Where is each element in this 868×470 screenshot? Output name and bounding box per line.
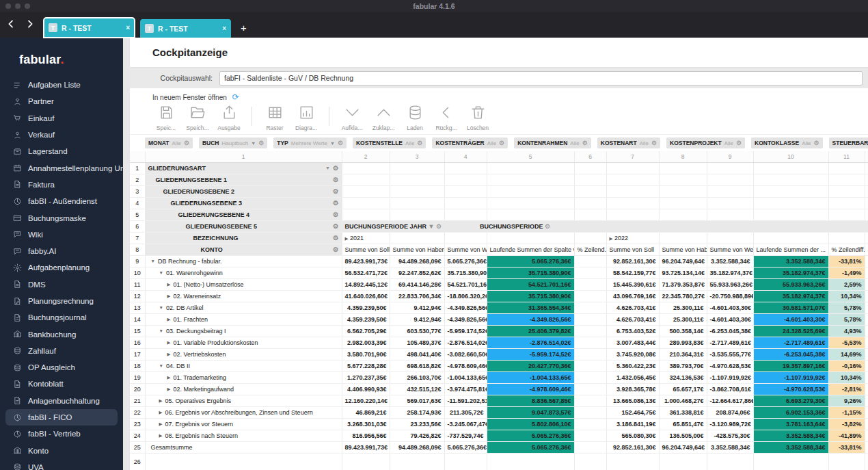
laufende-summe-2021[interactable]: 5.065.276,36€ bbox=[487, 441, 574, 453]
wert-2021[interactable]: 35.715.380,90€ bbox=[444, 267, 487, 278]
wert-2021[interactable]: -2.876.514,02€ bbox=[444, 337, 487, 348]
soll-2021[interactable]: 41.640.026,60€ bbox=[342, 290, 390, 302]
soll-2022[interactable]: 15.445.390,61€ bbox=[606, 278, 659, 290]
haben-2021[interactable]: 498.041,40€ bbox=[390, 348, 444, 360]
zeilendiff-2022[interactable]: 2,59% bbox=[828, 278, 865, 290]
wert-2022[interactable]: -428.575,30€ bbox=[707, 430, 753, 441]
sidebar-item-annahmestellenplanung-unkel[interactable]: Annahmestellenplanung Unkel bbox=[5, 159, 118, 176]
haben-2021[interactable]: 9.412,94€ bbox=[390, 302, 444, 313]
haben-2021[interactable]: 92.247.852,62€ bbox=[390, 267, 444, 278]
sidebar-item-aufgaben-liste[interactable]: Aufgaben Liste bbox=[5, 77, 118, 93]
haben-2021[interactable]: 105.489,37€ bbox=[390, 337, 444, 348]
zeilendiff-2022[interactable]: 9,26% bbox=[828, 395, 865, 406]
sidebar-item-anlagenbuchhaltung[interactable]: Anlagenbuchhaltung bbox=[5, 393, 118, 409]
zeilendiff-2022[interactable]: -3,82% bbox=[828, 418, 865, 430]
filter-gear-icon[interactable]: ⚙ bbox=[258, 140, 264, 146]
soll-2021[interactable]: 4.359.239,50€ bbox=[342, 302, 390, 313]
filter-chip-kontoklasse[interactable]: KONTOKLASSEAlle⚙ bbox=[751, 138, 822, 148]
laufende-summe-2021[interactable]: 5.065.276,36€ bbox=[487, 255, 574, 267]
filter-gear-icon[interactable]: ⚙ bbox=[736, 140, 742, 146]
wert-2022[interactable]: -4.970.628,53€ bbox=[707, 360, 753, 371]
wert-2021[interactable]: 5.065.276,36€ bbox=[444, 441, 487, 453]
haben-2022[interactable]: 65.657,17€ bbox=[659, 383, 707, 395]
column-number-3[interactable]: 3 bbox=[390, 151, 444, 162]
laufende-summe-2021[interactable]: -4.978.609,46€ bbox=[487, 383, 574, 395]
soll-2021[interactable]: 3.580.701,90€ bbox=[342, 348, 390, 360]
laufende-summe-2021[interactable]: 20.427.770,36€ bbox=[487, 360, 574, 371]
column-number-10[interactable]: 10 bbox=[753, 151, 828, 162]
sidebar-item-verkauf[interactable]: Verkauf bbox=[5, 127, 118, 143]
pivot-row-16[interactable]: ▶01. Variable Produktionskosten bbox=[145, 337, 342, 348]
pivot-field-gliederungsebene-1[interactable]: GLIEDERUNGSEBENE 1⚙ bbox=[145, 174, 342, 185]
laufende-summe-2022[interactable]: 35.182.974,37€ bbox=[753, 290, 828, 302]
laufende-summe-2021[interactable]: -1.004.133,65€ bbox=[487, 371, 574, 383]
pivot-row-13[interactable]: ▼02. DB Artikel bbox=[145, 302, 342, 313]
toolbar-button-chevup[interactable]: Zuklap... bbox=[368, 104, 399, 131]
filter-chip-kostenart[interactable]: KOSTENARTAlle⚙ bbox=[597, 138, 660, 148]
field-gear-icon[interactable]: ⚙ bbox=[333, 235, 339, 241]
wert-2021[interactable]: -3.245.067,47€ bbox=[444, 418, 487, 430]
toolbar-button-folder[interactable]: Speich... bbox=[182, 104, 213, 131]
haben-2022[interactable]: 1.000.468,27€ bbox=[659, 395, 707, 406]
haben-2022[interactable]: 71.379.353,87€ bbox=[659, 278, 707, 290]
laufende-summe-2022[interactable]: -4.970.628,53€ bbox=[753, 383, 828, 395]
soll-2022[interactable]: 3.745.920,08€ bbox=[606, 348, 659, 360]
field-gear-icon[interactable]: ⚙ bbox=[333, 200, 339, 207]
tab-2[interactable]: TR - TEST× bbox=[140, 19, 231, 38]
sidebar-item-partner[interactable]: Partner bbox=[5, 93, 118, 109]
wert-2021[interactable]: 5.065.276,36€ bbox=[444, 255, 487, 267]
laufende-summe-2021[interactable]: 5.065.276,36€ bbox=[487, 430, 574, 441]
wert-2022[interactable]: -6.253.045,38€ bbox=[707, 325, 753, 337]
laufende-summe-2021[interactable]: -4.349.826,56€ bbox=[487, 313, 574, 325]
wert-2022[interactable]: -12.664.617,86€ bbox=[707, 395, 753, 406]
pivot-row-17[interactable]: ▶02. Vertriebskosten bbox=[145, 348, 342, 360]
column-number-4[interactable]: 4 bbox=[444, 151, 487, 162]
value-column-header[interactable]: Summe von Soll bbox=[606, 244, 659, 255]
new-tab-button[interactable]: + bbox=[241, 22, 247, 38]
toolbar-button-grid[interactable]: Raster bbox=[259, 104, 290, 131]
sidebar-item-buchungsjournal[interactable]: Buchungsjournal bbox=[5, 309, 118, 326]
sidebar-item-uva[interactable]: UVA bbox=[5, 459, 118, 470]
laufende-summe-2022[interactable]: 35.182.974,37€ bbox=[753, 267, 828, 278]
laufende-summe-2022[interactable]: 30.581.571,07€ bbox=[753, 302, 828, 313]
pivot-field-buchungsperiode-jahr[interactable]: BUCHUNGSPERIODE JAHR ▼ ⚙ bbox=[345, 223, 442, 230]
soll-2022[interactable]: 565.080,30€ bbox=[606, 430, 659, 441]
pivot-row-21[interactable]: ▶05. Operatives Ergebnis bbox=[145, 395, 342, 406]
toolbar-button-chevdown[interactable]: Aufkla... bbox=[336, 104, 368, 131]
wert-2022[interactable]: 3.352.588,34€ bbox=[707, 441, 753, 453]
laufende-summe-2021[interactable]: 31.365.554,34€ bbox=[487, 302, 574, 313]
wert-2022[interactable]: -2.717.489,61€ bbox=[707, 337, 753, 348]
haben-2022[interactable]: 25.300,11€ bbox=[659, 302, 707, 313]
pivot-row-10[interactable]: ▼01. Warenrohgewinn bbox=[145, 267, 342, 278]
soll-2022[interactable]: 5.360.422,23€ bbox=[606, 360, 659, 371]
wert-2021[interactable]: 211.305,72€ bbox=[444, 406, 487, 418]
pivot-row-14[interactable]: ▶01. Frachten bbox=[145, 313, 342, 325]
wert-2022[interactable]: -3.535.555,77€ bbox=[707, 348, 753, 360]
wert-2022[interactable]: -1.107.919,92€ bbox=[707, 371, 753, 383]
toolbar-button-save[interactable]: Speic... bbox=[150, 104, 182, 131]
sidebar-item-op-ausgleich[interactable]: OP Ausgleich bbox=[5, 359, 118, 376]
soll-2022[interactable]: 92.852.161,30€ bbox=[606, 441, 659, 453]
wert-2021[interactable]: -4.978.609,46€ bbox=[444, 360, 487, 371]
pivot-row-9[interactable]: ▼DB Rechnung - fabular. bbox=[145, 255, 342, 267]
laufende-summe-2022[interactable]: -6.253.045,38€ bbox=[753, 348, 828, 360]
sidebar-item-dms[interactable]: DMS bbox=[5, 276, 118, 293]
pivot-field-gliederungsebene-3[interactable]: GLIEDERUNGSEBENE 3⚙ bbox=[145, 197, 342, 209]
tab-1[interactable]: TR - TEST× bbox=[44, 18, 135, 38]
value-column-header[interactable]: % Zeilendiff... bbox=[828, 244, 865, 255]
laufende-summe-2022[interactable]: 19.357.897,16€ bbox=[753, 360, 828, 371]
wert-2022[interactable]: 3.352.588,34€ bbox=[707, 255, 753, 267]
value-column-header[interactable]: Laufende Summen der Spalte von Wert bbox=[487, 244, 574, 255]
sidebar-item-fabbi-fico[interactable]: fabBI - FICO bbox=[5, 409, 118, 426]
filter-chip-kostenträger[interactable]: KOSTENTRÄGERAlle⚙ bbox=[432, 138, 508, 148]
haben-2021[interactable]: 258.174,93€ bbox=[390, 406, 444, 418]
wert-2022[interactable]: -3.120.989,72€ bbox=[707, 418, 753, 430]
soll-2022[interactable]: 92.852.161,30€ bbox=[606, 255, 659, 267]
zeilendiff-2022[interactable]: -0,16% bbox=[828, 360, 865, 371]
back-icon[interactable] bbox=[5, 18, 16, 29]
field-gear-icon[interactable]: ⚙ bbox=[333, 223, 339, 230]
soll-2021[interactable]: 4.359.239,50€ bbox=[342, 313, 390, 325]
column-number-11[interactable]: 11 bbox=[828, 151, 865, 162]
filter-chip-steuerbar[interactable]: STEUERBARAlle⚙ bbox=[829, 138, 868, 148]
open-in-new-window-link[interactable]: In neuem Fenster öffnen bbox=[152, 94, 227, 101]
